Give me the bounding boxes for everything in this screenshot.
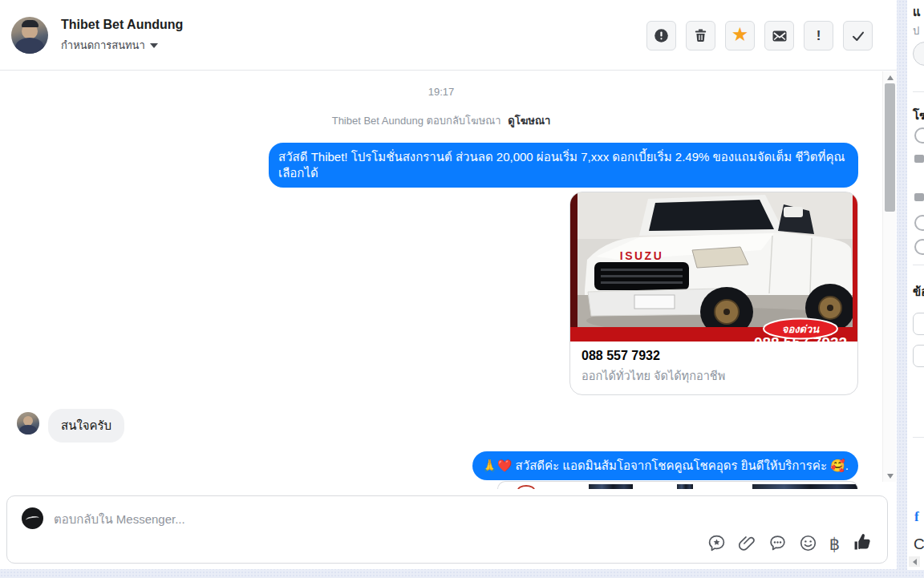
comment-button[interactable] (768, 534, 787, 552)
ad-context-name: Thibet Bet Aundung (332, 115, 424, 127)
sidebar-divider (913, 91, 924, 92)
sidebar-divider (913, 437, 924, 438)
report-button[interactable] (646, 21, 676, 51)
composer-toolbar: ฿ (707, 532, 873, 552)
ad-card-subtitle: ออกได้ทั่วไทย จัดได้ทุกอาชีพ (582, 366, 846, 385)
mark-unread-button[interactable] (764, 21, 794, 51)
outgoing-message-bubble-2[interactable]: 🙏❤️ สวัสดีค่ะ แอดมินส้มโอจากโชคคูณโชคอุด… (472, 451, 858, 480)
sidebar-section-title-fragment: โฆ (913, 106, 924, 125)
mark-important-button[interactable]: ! (804, 21, 833, 51)
sidebar-mini-icon (914, 155, 924, 163)
thumbs-up-icon (852, 532, 873, 552)
sidebar-mini-icon (914, 193, 924, 201)
scroll-up-button[interactable] (883, 71, 897, 83)
sidebar-input-fragment[interactable] (913, 345, 924, 367)
ad-context-line: Thibet Bet Aundung ตอบกลับโฆษณา ดูโฆษณา (0, 112, 882, 129)
timestamp: 19:17 (0, 86, 882, 98)
mark-done-button[interactable] (843, 21, 873, 51)
reply-composer: ฿ (6, 495, 888, 564)
smiley-icon (799, 534, 817, 552)
contact-name: Thibet Bet Aundung (61, 18, 183, 32)
check-icon (850, 28, 866, 44)
chevron-down-icon (150, 43, 158, 48)
reply-input[interactable] (54, 509, 567, 528)
incoming-message-bubble[interactable]: สนใจครับ (48, 409, 124, 443)
sidebar-input-fragment[interactable] (913, 313, 924, 335)
baht-icon: ฿ (829, 536, 840, 552)
follow-up-star-button[interactable]: ★ (725, 21, 755, 51)
arrow-left-icon (913, 559, 917, 565)
ad-image-card[interactable]: ISUZU 088 557 7932 (569, 192, 858, 395)
image-fragment (589, 484, 633, 489)
facebook-icon: f (914, 509, 919, 525)
view-ad-link[interactable]: ดูโฆษณา (508, 115, 550, 127)
conversation-toolbar: ★ ! (646, 21, 873, 51)
svg-text:ISUZU: ISUZU (620, 249, 664, 262)
attach-file-button[interactable] (738, 534, 756, 552)
ad-phone-number: 088 557 7932 (582, 349, 846, 363)
like-button[interactable] (852, 532, 873, 552)
delete-button[interactable] (686, 21, 715, 51)
ad-card-text: 088 557 7932 ออกได้ทั่วไทย จัดได้ทุกอาชี… (570, 342, 857, 394)
saved-reply-icon (707, 534, 726, 552)
contact-avatar-small[interactable] (17, 412, 39, 435)
image-fragment (752, 484, 858, 489)
next-message-image-fragment[interactable] (497, 481, 858, 489)
star-icon: ★ (732, 25, 749, 44)
report-icon (654, 28, 669, 43)
conversation-header: Thibet Bet Aundung กำหนดการสนทนา (0, 0, 897, 71)
sidebar-circle-icon[interactable] (914, 127, 924, 143)
message-list: 19:17 Thibet Bet Aundung ตอบกลับโฆษณา ดู… (0, 71, 882, 489)
sidebar-circle-icon[interactable] (914, 215, 924, 231)
ad-context-action: ตอบกลับโฆษณา (427, 115, 501, 127)
trash-icon (693, 28, 708, 43)
sidebar-divider (913, 265, 924, 265)
conversation-actions-dropdown[interactable]: กำหนดการสนทนา (61, 37, 158, 54)
urgent-booking-badge: จองด่วน (782, 323, 821, 335)
sidebar-text-fragment: ป (913, 22, 919, 39)
truck-photo: ISUZU 088 557 7932 (570, 192, 858, 342)
conversation-actions-label: กำหนดการสนทนา (61, 37, 145, 54)
payment-button[interactable]: ฿ (829, 536, 840, 552)
saved-replies-button[interactable] (707, 534, 726, 552)
details-sidebar-cropped: แ ป โฆ ข้อ f C (907, 0, 924, 570)
chat-bubble-dots-icon (768, 534, 787, 552)
sidebar-section-title-fragment: ข้อ (913, 282, 924, 301)
contact-avatar[interactable] (11, 17, 48, 54)
scrollbar-thumb[interactable] (885, 83, 895, 212)
sidebar-circle-icon[interactable] (914, 239, 924, 255)
chat-scrollbar[interactable] (882, 71, 896, 482)
sidebar-text-fragment: แ (913, 2, 921, 22)
arrow-down-icon (887, 474, 894, 479)
image-fragment-red-arc (517, 485, 535, 489)
envelope-icon (772, 29, 788, 43)
sidebar-input-fragment[interactable] (913, 42, 924, 66)
sidebar-scroll-left-button[interactable] (909, 556, 920, 567)
arrow-up-icon (887, 75, 894, 80)
avatar-cap (22, 20, 38, 27)
outgoing-message-bubble[interactable]: สวัสดี Thibet! โปรโมชั่นสงกรานต์ ส่วนลด … (269, 143, 858, 188)
image-fragment (677, 484, 693, 489)
conversation-panel: Thibet Bet Aundung กำหนดการสนทนา (0, 0, 897, 569)
page-avatar (22, 507, 43, 529)
paperclip-icon (738, 534, 756, 552)
exclamation-icon: ! (817, 29, 821, 42)
emoji-button[interactable] (799, 534, 817, 552)
sidebar-text-fragment: C (914, 536, 924, 553)
scroll-down-button[interactable] (883, 470, 897, 482)
